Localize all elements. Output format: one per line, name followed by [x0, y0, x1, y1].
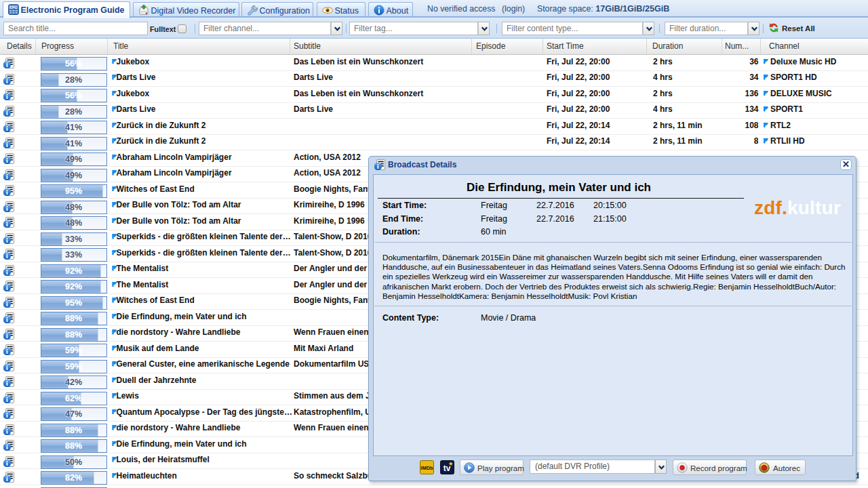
svg-text:IMDb: IMDb — [420, 465, 433, 471]
